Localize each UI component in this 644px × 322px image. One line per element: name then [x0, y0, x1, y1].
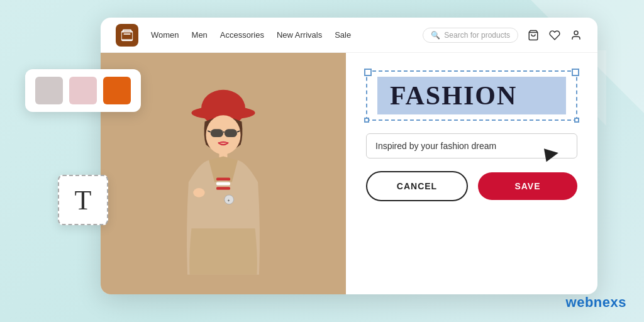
nav-sale[interactable]: Sale	[335, 30, 351, 40]
svg-rect-6	[225, 129, 237, 137]
nav-women[interactable]: Women	[151, 30, 179, 40]
save-button[interactable]: SAVE	[478, 172, 577, 200]
svg-point-1	[574, 31, 578, 35]
wishlist-icon[interactable]	[548, 29, 561, 42]
headline-text: FASHION	[377, 77, 566, 114]
svg-text:✦: ✦	[227, 198, 230, 203]
svg-rect-5	[211, 129, 223, 137]
handle-br	[574, 118, 579, 123]
cancel-button[interactable]: CANCEL	[366, 171, 468, 201]
nav-right: 🔍 Search for products	[423, 28, 582, 43]
content-area: ✦ FASHION CANCEL SAVE	[101, 53, 597, 294]
nav-men[interactable]: Men	[192, 30, 208, 40]
cart-icon[interactable]	[527, 29, 540, 42]
woman-illustration: ✦	[123, 67, 324, 280]
logo-icon	[120, 28, 134, 42]
svg-rect-13	[216, 187, 230, 190]
handle-bl	[364, 118, 369, 123]
svg-point-14	[193, 188, 204, 197]
browser-card: Women Men Accessories New Arrivals Sale …	[101, 18, 597, 294]
nav-links: Women Men Accessories New Arrivals Sale	[151, 30, 410, 40]
svg-rect-11	[216, 177, 230, 180]
brand-name: webnexs	[566, 294, 626, 310]
navbar: Women Men Accessories New Arrivals Sale …	[101, 18, 597, 53]
color-swatch-orange[interactable]	[103, 77, 131, 104]
search-bar[interactable]: 🔍 Search for products	[423, 28, 518, 43]
nav-accessories[interactable]: Accessories	[220, 30, 264, 40]
edit-panel: FASHION CANCEL SAVE	[346, 53, 597, 294]
headline-selector[interactable]: FASHION	[366, 70, 577, 121]
text-tool-letter: T	[75, 184, 92, 216]
subtitle-input[interactable]	[375, 141, 568, 151]
color-swatch-pink[interactable]	[69, 77, 97, 104]
color-swatch-gray[interactable]	[35, 77, 63, 104]
text-tool-card[interactable]: T	[58, 175, 108, 225]
account-icon[interactable]	[570, 29, 582, 42]
button-row: CANCEL SAVE	[366, 171, 577, 201]
nav-new-arrivals[interactable]: New Arrivals	[277, 30, 322, 40]
search-icon: 🔍	[431, 31, 440, 40]
logo[interactable]	[116, 24, 138, 47]
brand-logo: webnexs	[566, 294, 626, 311]
color-palette-card	[25, 69, 141, 112]
svg-rect-12	[216, 182, 230, 186]
search-placeholder: Search for products	[444, 31, 510, 40]
